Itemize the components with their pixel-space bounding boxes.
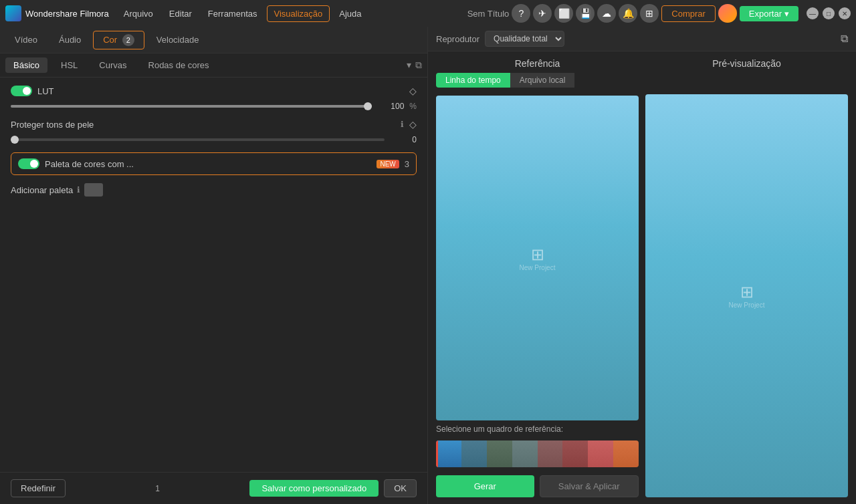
frame-seg-5[interactable]	[538, 440, 563, 467]
right-panel: Reprodutor Qualidade total ⧉ Referência …	[428, 27, 856, 504]
menu-bar: Wondershare Filmora Arquivo Editar Ferra…	[0, 0, 856, 27]
save-icon[interactable]: 💾	[576, 4, 595, 23]
close-button[interactable]: ✕	[839, 7, 851, 19]
lut-unit: %	[409, 102, 417, 111]
frame-seg-3[interactable]	[487, 440, 512, 467]
reference-frame-text: New Project	[520, 264, 556, 271]
subtab-rodas[interactable]: Rodas de cores	[140, 57, 217, 73]
subtab-hsl[interactable]: HSL	[53, 57, 86, 73]
project-title: Sem Título	[467, 9, 510, 19]
grid-icon[interactable]: ⊞	[640, 4, 659, 23]
new-badge: NEW	[377, 160, 399, 168]
protect-reset-icon[interactable]: ◇	[409, 119, 417, 130]
minimize-button[interactable]: —	[807, 7, 819, 19]
subtabs: Básico HSL Curvas Rodas de cores ▾ ⧉	[0, 53, 427, 78]
preview-frame-text: New Project	[729, 301, 765, 309]
preview-area: Referência Linha do tempo Arquivo local …	[428, 51, 856, 504]
send-icon[interactable]: ✈	[533, 4, 552, 23]
cloud-icon[interactable]: ☁	[597, 4, 616, 23]
protect-slider-row: 0	[11, 135, 417, 144]
help-icon[interactable]: ?	[512, 4, 530, 23]
app-logo-icon	[5, 5, 21, 21]
lut-value: 100	[377, 102, 404, 111]
subtab-curvas[interactable]: Curvas	[91, 57, 134, 73]
add-palette-row: Adicionar paleta ℹ	[11, 183, 417, 197]
window-controls: — □ ✕	[807, 7, 851, 19]
split-view-icon[interactable]: ⧉	[415, 59, 422, 71]
protect-value: 0	[390, 135, 417, 144]
lut-reset-icon[interactable]: ◇	[409, 86, 417, 96]
lut-label: LUT	[37, 86, 404, 96]
palette-row: Paleta de cores com ... NEW 3	[11, 152, 417, 175]
protect-slider[interactable]	[11, 138, 385, 141]
menu-editar[interactable]: Editar	[163, 6, 199, 21]
frame-seg-2[interactable]	[461, 440, 487, 467]
preview-section: Pré-visualização ⊞ New Project	[645, 58, 848, 497]
main-layout: Vídeo Áudio Cor 2 Velocidade Básico HSL …	[0, 27, 856, 504]
save-custom-button[interactable]: Salvar como personalizado	[249, 480, 379, 497]
step-label: 1	[155, 484, 160, 493]
reference-frame-icon: ⊞	[520, 245, 556, 264]
panel-content: LUT ◇ 100 % Proteger tons de pele ℹ ◇	[0, 78, 427, 472]
split-view-icon[interactable]: ⧉	[841, 33, 848, 45]
bell-icon[interactable]: 🔔	[619, 4, 637, 23]
frame-seg-4[interactable]	[512, 440, 538, 467]
protect-skin-label: Proteger tons de pele	[11, 120, 395, 130]
frame-seg-7[interactable]	[588, 440, 613, 467]
generate-button[interactable]: Gerar	[436, 475, 534, 497]
tab-audio[interactable]: Áudio	[49, 32, 90, 47]
app-logo: Wondershare Filmora	[5, 5, 109, 21]
toggle-dot	[23, 87, 31, 95]
menu-ferramentas[interactable]: Ferramentas	[201, 6, 264, 21]
left-panel: Vídeo Áudio Cor 2 Velocidade Básico HSL …	[0, 27, 428, 504]
timeline-btn[interactable]: Linha do tempo	[436, 73, 510, 88]
main-tabs: Vídeo Áudio Cor 2 Velocidade	[0, 27, 427, 53]
reference-section: Referência Linha do tempo Arquivo local …	[436, 58, 639, 497]
buy-button[interactable]: Comprar	[661, 5, 716, 22]
tab-velocidade[interactable]: Velocidade	[147, 32, 209, 47]
reference-preview: ⊞ New Project	[436, 96, 639, 420]
gen-row: Gerar Salvar & Aplicar	[436, 475, 639, 497]
maximize-button[interactable]: □	[823, 7, 835, 19]
quality-select[interactable]: Qualidade total	[485, 31, 564, 47]
user-avatar[interactable]	[718, 4, 737, 23]
preview-preview: ⊞ New Project	[645, 94, 848, 497]
screen-icon[interactable]: ⬜	[554, 4, 573, 23]
menu-ajuda[interactable]: Ajuda	[332, 6, 368, 21]
color-swatch[interactable]	[84, 183, 103, 197]
local-file-btn[interactable]: Arquivo local	[510, 73, 575, 88]
frame-seg-8[interactable]	[613, 440, 639, 467]
frame-strip[interactable]	[436, 440, 639, 467]
palette-toggle[interactable]	[18, 158, 39, 169]
ref-toggle: Linha do tempo Arquivo local	[436, 73, 639, 88]
add-palette-info-icon[interactable]: ℹ	[77, 185, 80, 195]
lut-toggle[interactable]	[11, 86, 32, 96]
reference-title: Referência	[436, 58, 639, 69]
tab-cor[interactable]: Cor 2	[93, 31, 144, 49]
preview-frame-icon: ⊞	[729, 283, 765, 301]
preview-title: Pré-visualização	[645, 58, 848, 69]
menu-visualizacao[interactable]: Visualização	[267, 5, 330, 22]
ok-button[interactable]: OK	[384, 479, 417, 497]
right-header: Reprodutor Qualidade total ⧉	[428, 27, 856, 51]
subtab-basico[interactable]: Básico	[5, 57, 47, 73]
protect-skin-row: Proteger tons de pele ℹ ◇	[11, 119, 417, 130]
frame-seg-6[interactable]	[562, 440, 588, 467]
palette-label: Paleta de cores com ...	[45, 159, 367, 169]
app-name: Wondershare Filmora	[25, 9, 109, 19]
panel-footer: Redefinir 1 Salvar como personalizado OK	[0, 472, 427, 504]
add-palette-label: Adicionar paleta	[11, 185, 73, 195]
reset-button[interactable]: Redefinir	[11, 479, 66, 497]
menu-arquivo[interactable]: Arquivo	[117, 6, 160, 21]
lut-slider-row: 100 %	[11, 102, 417, 111]
lut-row: LUT ◇	[11, 86, 417, 96]
export-button[interactable]: Exportar ▾	[740, 6, 798, 21]
save-apply-button[interactable]: Salvar & Aplicar	[540, 475, 639, 497]
lut-slider[interactable]	[11, 105, 372, 108]
palette-step: 3	[405, 159, 409, 169]
palette-toggle-dot	[30, 160, 38, 168]
tab-video[interactable]: Vídeo	[5, 32, 47, 47]
protect-info-icon[interactable]: ℹ	[401, 120, 404, 129]
frame-seg-1[interactable]	[436, 440, 461, 467]
expand-icon[interactable]: ▾	[407, 59, 411, 71]
